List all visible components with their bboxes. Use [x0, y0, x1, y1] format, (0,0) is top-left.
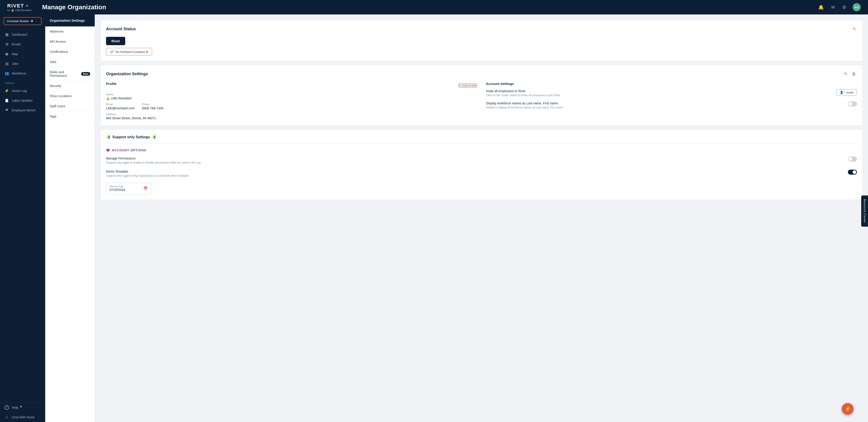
hubspot-icon: 🔗	[110, 50, 114, 54]
toggle-thumb	[848, 157, 852, 161]
profile-header: Profile ✎ Edit Profile	[106, 82, 477, 89]
invite-plus-icon: 👤+	[840, 91, 845, 94]
sidebar-item-action-log[interactable]: ⚡ Action Log	[0, 86, 45, 96]
sidebar-item-dashboard[interactable]: ▦ Dashboard	[0, 30, 45, 39]
logo-area: RIVET ✦ for 🔒 LMD Revisited	[7, 3, 31, 12]
profile-section-label: Profile	[106, 82, 117, 86]
account-options-icon: 💜	[106, 149, 110, 152]
fab-icon: ⚡	[845, 406, 851, 412]
demo-template-toggle[interactable]	[848, 170, 857, 175]
calendar-icon: 📅	[143, 186, 148, 191]
sub-nav-security[interactable]: Security	[45, 81, 95, 91]
sub-nav-tags[interactable]: Tags	[45, 111, 95, 122]
sidebar-item-workforce[interactable]: 👥 Workforce	[0, 68, 45, 78]
support-icon-right: 🔰	[152, 135, 156, 139]
support-settings-card: 🔰 Support only Settings 🔰 💜 ACCOUNT OPTI…	[100, 129, 863, 200]
email-label: Email	[106, 103, 134, 106]
manage-permissions-toggle[interactable]	[848, 157, 857, 162]
tools-section-label: TOOLS	[0, 78, 45, 86]
invite-setting-title: Invite all employees to Rivet	[486, 89, 833, 93]
support-settings-title: Support only Settings	[112, 135, 150, 139]
name-field: Name 🔒 LMD Revisited	[106, 93, 477, 100]
sidebar-item-label: Workforce	[12, 72, 26, 75]
account-status-header: Account Status ✎	[106, 26, 857, 32]
logo-sparkle-icon: ✦	[26, 4, 29, 8]
sub-nav-absences[interactable]: Absences	[45, 26, 95, 37]
schedule-builder-icon: ✚	[31, 20, 33, 23]
sidebar-item-chat-rosie[interactable]: ☺ Chat With Rosie	[0, 413, 45, 422]
sub-nav-certifications[interactable]: Certifications	[45, 47, 95, 57]
sidebar-item-map[interactable]: ◉ Map	[0, 49, 45, 59]
sub-nav-shop-locations[interactable]: Shop Locations	[45, 91, 95, 101]
sub-nav-roles-permissions[interactable]: Roles and Permissions Beta	[45, 67, 95, 81]
settings-icon[interactable]: ⚙	[841, 4, 847, 11]
sidebar-item-roster[interactable]: ⊞ Roster	[0, 39, 45, 49]
hubspot-button[interactable]: 🔗 No HubSpot Company Id	[106, 48, 152, 56]
org-settings-refresh-button[interactable]: ↻	[843, 70, 848, 77]
help-icon: ?	[4, 405, 9, 410]
manage-permissions-info: Manage Permissions Support-only toggle t…	[106, 157, 844, 164]
org-settings-card: Organization Settings ↻ 🗑 Profile ✎ Ed	[100, 65, 863, 126]
account-status-edit-button[interactable]: ✎	[852, 26, 857, 32]
address-field: Address 983 Street Street, Detroit, MI 4…	[106, 113, 477, 120]
avatar[interactable]: AO	[852, 3, 861, 11]
display-names-toggle[interactable]	[848, 101, 857, 106]
invite-setting-desc: Click on the "Invite" button to invite a…	[486, 94, 833, 97]
employee-bench-icon: ⚑	[4, 108, 9, 112]
content-area: Organization Settings Absences API Acces…	[45, 14, 868, 422]
header-icons: 🔔 ✉ ⚙ AO	[817, 3, 861, 11]
display-names-desc: Enable to display all workforce names as…	[486, 106, 844, 109]
org-settings-delete-button[interactable]: 🗑	[851, 71, 857, 77]
manage-permissions-row: Manage Permissions Support-only toggle t…	[106, 157, 857, 164]
effective-date-value: 07/19/2024	[110, 188, 125, 192]
sidebar-item-label: Dashboard	[12, 33, 27, 36]
org-grid: Profile ✎ Edit Profile Name 🔒 LMD Revisi…	[106, 82, 857, 120]
logo-title: RIVET ✦	[7, 3, 31, 9]
toggle-thumb-on	[852, 170, 856, 174]
demo-template-row: Demo Template Support-only toggle to fla…	[106, 170, 857, 177]
display-names-setting-row: Display workforce names as Last name, Fi…	[486, 101, 857, 109]
demo-template-title: Demo Template	[106, 170, 844, 173]
resource-center-tab[interactable]: Resource Center	[861, 195, 868, 227]
main-layout: Schedule Builder ✚ ▦ Dashboard ⊞ Roster …	[0, 14, 868, 422]
invite-setting-info: Invite all employees to Rivet Click on t…	[486, 89, 833, 97]
phone-value: (889) 786-7345	[142, 106, 163, 110]
sidebar-item-labor-updates[interactable]: 📋 Labor Updates	[0, 96, 45, 105]
fab-button[interactable]: ⚡	[842, 403, 854, 415]
effective-date-field[interactable]: Effective Date 07/19/2024 📅	[106, 183, 151, 194]
sub-nav-jobs[interactable]: Jobs	[45, 57, 95, 67]
contact-fields-row: Email LMD@revisited.com Phone (889) 786-…	[106, 100, 477, 110]
sub-nav-staff-users[interactable]: Staff Users	[45, 101, 95, 111]
logo-text: RIVET	[7, 3, 24, 9]
display-names-info: Display workforce names as Last name, Fi…	[486, 101, 844, 109]
invite-button[interactable]: 👤+ Invite	[836, 89, 857, 96]
account-options-title: 💜 ACCOUNT OPTIONS	[106, 149, 857, 152]
name-value: 🔒 LMD Revisited	[106, 96, 477, 100]
rivet-account-button[interactable]: Rivet	[106, 37, 125, 45]
sub-nav-api-access[interactable]: API Access	[45, 37, 95, 47]
sidebar-item-label: Jobs	[12, 62, 19, 66]
schedule-builder-button[interactable]: Schedule Builder ✚	[4, 17, 41, 25]
org-profile-section: Profile ✎ Edit Profile Name 🔒 LMD Revisi…	[106, 82, 477, 120]
address-value: 983 Street Street, Detroit, MI 48071	[106, 116, 477, 120]
sidebar-item-jobs[interactable]: ▤ Jobs	[0, 59, 45, 68]
sidebar-item-label: Action Log	[12, 89, 27, 93]
workforce-icon: 👥	[4, 71, 9, 75]
account-status-title: Account Status	[106, 27, 136, 31]
phone-label: Phone	[142, 103, 163, 106]
org-settings-actions: ↻ 🗑	[843, 70, 857, 77]
mail-icon[interactable]: ✉	[830, 4, 836, 11]
page-title: Manage Organization	[42, 4, 817, 11]
email-field: Email LMD@revisited.com	[106, 100, 134, 110]
notifications-icon[interactable]: 🔔	[817, 4, 825, 11]
jobs-icon: ▤	[4, 61, 9, 66]
edit-profile-button[interactable]: ✎ Edit Profile	[458, 84, 477, 88]
sidebar-item-employee-bench[interactable]: ⚑ Employee Bench	[0, 105, 45, 115]
action-log-icon: ⚡	[4, 89, 9, 93]
sidebar: Schedule Builder ✚ ▦ Dashboard ⊞ Roster …	[0, 14, 45, 422]
beta-badge: Beta	[81, 72, 90, 76]
effective-date-label: Effective Date	[110, 185, 125, 188]
sidebar-item-help[interactable]: ? Help	[0, 402, 45, 413]
account-settings-section: Account Settings Invite all employees to…	[486, 82, 857, 120]
chat-label: Chat With Rosie	[12, 416, 35, 419]
